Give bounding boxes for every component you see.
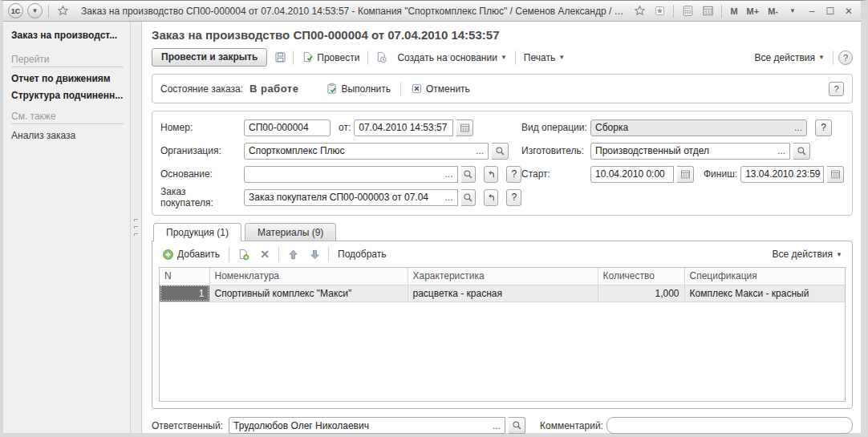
- minimize-button[interactable]: –: [805, 6, 819, 17]
- memory-plus-button[interactable]: M+: [744, 6, 762, 16]
- chevron-down-icon: ▼: [836, 251, 842, 258]
- memory-minus-button[interactable]: M-: [765, 6, 781, 16]
- save-button[interactable]: [272, 50, 288, 66]
- tab-products[interactable]: Продукция (1): [153, 223, 241, 241]
- grid-all-actions-button[interactable]: Все действия▼: [769, 247, 846, 261]
- organization-open-button[interactable]: [492, 143, 509, 160]
- toolbar-divider: [293, 51, 294, 65]
- finish-input[interactable]: 13.04.2010 23:59: [740, 166, 824, 183]
- customer-order-input[interactable]: Заказ покупателя СП00-000003 от 07.04...: [244, 189, 458, 206]
- column-header-n[interactable]: N: [160, 268, 209, 285]
- nomenclature-cell[interactable]: Спортивный комплекс "Макси": [209, 285, 408, 301]
- comment-input[interactable]: [606, 417, 853, 434]
- manufacturer-open-button[interactable]: [793, 143, 810, 160]
- manufacturer-select-button[interactable]: ...: [775, 145, 788, 156]
- delete-row-button[interactable]: ✕: [257, 246, 273, 262]
- sidebar-item-current-order[interactable]: Заказ на производст...: [11, 30, 124, 41]
- move-row-up-button[interactable]: [285, 246, 301, 262]
- customer-order-help-button[interactable]: ?: [506, 189, 521, 206]
- all-actions-button[interactable]: Все действия▼: [752, 51, 828, 65]
- sidebar-splitter[interactable]: [130, 22, 142, 433]
- organization-input[interactable]: Спорткомплекс Плюс...: [244, 143, 489, 160]
- row-number-cell[interactable]: 1: [160, 285, 209, 301]
- number-input[interactable]: СП00-000004: [244, 119, 331, 136]
- column-header-characteristic[interactable]: Характеристика: [408, 268, 598, 285]
- column-header-nomenclature[interactable]: Номенклатура: [209, 268, 408, 285]
- sidebar-item-subordination-structure[interactable]: Структура подчиненн...: [11, 90, 124, 101]
- customer-order-select-button[interactable]: ...: [443, 192, 456, 203]
- add-row-button[interactable]: Добавить: [159, 247, 223, 262]
- execute-button[interactable]: Выполнить: [322, 81, 394, 96]
- column-header-quantity[interactable]: Количество: [598, 268, 684, 285]
- page-title: Заказ на производство СП00-000004 от 07.…: [152, 28, 853, 42]
- pick-button[interactable]: Подобрать: [335, 247, 389, 261]
- maximize-button[interactable]: ☐: [823, 6, 838, 17]
- close-button[interactable]: ✕: [842, 6, 856, 17]
- specification-cell[interactable]: Комплекс Макси - красный: [684, 285, 845, 301]
- responsible-input[interactable]: Трудолюбов Олег Николаевич...: [229, 417, 505, 434]
- operation-kind-select-button[interactable]: ...: [792, 122, 805, 133]
- column-header-specification[interactable]: Спецификация: [684, 268, 845, 285]
- post-and-close-button[interactable]: Провести и закрыть: [152, 48, 267, 67]
- sidebar-item-order-analysis[interactable]: Анализ заказа: [11, 130, 124, 141]
- operation-kind-help-button[interactable]: ?: [815, 119, 832, 136]
- window-title: Заказ на производство СП00-000004 от 07.…: [81, 6, 627, 17]
- characteristic-cell[interactable]: расцветка - красная: [408, 285, 598, 301]
- toolbar-divider: [515, 51, 516, 65]
- operation-kind-input[interactable]: Сборка...: [590, 119, 807, 136]
- calendar-button[interactable]: [700, 3, 716, 19]
- add-favorite-button[interactable]: [631, 3, 647, 19]
- app-logo-button[interactable]: 1С: [8, 3, 23, 18]
- copy-row-button[interactable]: [235, 246, 251, 262]
- box-x-icon: [411, 83, 423, 95]
- responsible-select-button[interactable]: ...: [490, 420, 503, 431]
- titlebar-chevron-button[interactable]: ▼: [785, 3, 801, 19]
- calculator-button[interactable]: [679, 3, 696, 19]
- basis-open-button[interactable]: [461, 166, 476, 183]
- favorites-list-button[interactable]: [651, 3, 667, 19]
- toolbar-divider: [328, 247, 329, 261]
- create-based-on-icon-button[interactable]: [373, 50, 389, 66]
- date-calendar-button[interactable]: [456, 119, 473, 136]
- basis-select-button[interactable]: ...: [443, 168, 456, 180]
- manufacturer-input[interactable]: Производственный отдел...: [590, 143, 790, 160]
- post-button-label: Провести: [317, 52, 359, 63]
- print-menu-button[interactable]: Печать▼: [521, 51, 568, 65]
- date-input[interactable]: 07.04.2010 14:53:57: [354, 119, 453, 136]
- customer-order-open-button[interactable]: [461, 189, 476, 206]
- main-menu-button[interactable]: ▼: [27, 3, 43, 18]
- start-input[interactable]: 10.04.2010 0:00: [590, 166, 674, 183]
- status-help-button[interactable]: ?: [829, 82, 844, 96]
- table-row[interactable]: 1 Спортивный комплекс "Макси" расцветка …: [160, 285, 845, 301]
- quantity-cell[interactable]: 1,000: [598, 285, 684, 301]
- finish-calendar-button[interactable]: [827, 166, 844, 183]
- titlebar-divider: [673, 5, 674, 18]
- arrow-down-icon: [309, 249, 321, 261]
- magnifier-icon: [797, 146, 807, 156]
- number-label: Номер:: [160, 122, 241, 133]
- date-label: от:: [339, 122, 351, 133]
- chevron-down-icon: ▼: [558, 54, 565, 61]
- cancel-button[interactable]: Отменить: [408, 81, 473, 96]
- organization-select-button[interactable]: ...: [473, 145, 486, 156]
- magnifier-icon: [463, 169, 473, 180]
- cancel-label: Отменить: [426, 83, 470, 95]
- basis-help-button[interactable]: ?: [506, 166, 521, 183]
- post-button[interactable]: Провести: [298, 50, 363, 65]
- create-based-on-menu-button[interactable]: Создать на основании▼: [394, 51, 509, 65]
- products-tab-panel: Добавить ✕ Подобрать Все действия▼: [152, 241, 853, 409]
- move-row-down-button[interactable]: [306, 246, 322, 262]
- basis-input[interactable]: ...: [244, 166, 458, 183]
- help-button[interactable]: ?: [838, 51, 853, 65]
- customer-order-fill-button[interactable]: [484, 189, 499, 206]
- tab-materials[interactable]: Материалы (9): [245, 223, 336, 241]
- favorites-star-button[interactable]: [55, 3, 71, 19]
- sidebar-item-movements-report[interactable]: Отчет по движениям: [11, 73, 124, 84]
- order-status-panel: Состояние заказа: В работе Выполнить Отм…: [152, 74, 853, 103]
- memory-recall-button[interactable]: M: [728, 6, 740, 16]
- basis-fill-button[interactable]: [484, 166, 499, 183]
- customer-order-label: Заказ покупателя:: [160, 186, 241, 208]
- start-calendar-button[interactable]: [677, 166, 694, 183]
- finish-label: Финиш:: [704, 168, 737, 180]
- responsible-open-button[interactable]: [509, 417, 525, 434]
